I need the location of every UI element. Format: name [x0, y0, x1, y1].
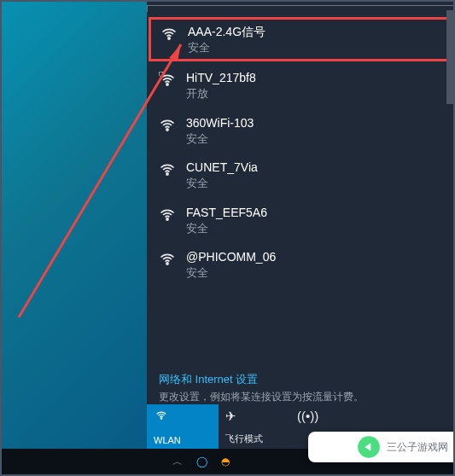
wifi-icon [160, 26, 178, 43]
tile-airplane-mode[interactable]: ✈ 飞行模式 [219, 404, 290, 449]
network-name: 360WiFi-103 [186, 115, 254, 131]
svg-point-1 [166, 84, 168, 85]
tile-wlan[interactable]: WLAN [147, 404, 219, 449]
svg-point-6 [160, 418, 162, 420]
svg-point-4 [166, 218, 168, 220]
network-status: 安全 [186, 131, 254, 147]
network-name: FAST_EEF5A6 [186, 205, 267, 221]
tray-people-icon[interactable]: ◯ [196, 456, 207, 467]
wifi-icon [154, 409, 169, 423]
scrollbar[interactable] [446, 10, 453, 104]
hotspot-icon: ((•)) [297, 409, 318, 422]
network-name: AAA-2.4G信号 [188, 24, 265, 40]
tray-chevron-icon[interactable]: ︿ [172, 455, 183, 469]
wifi-shield-icon [159, 72, 176, 89]
wifi-icon [159, 117, 176, 134]
svg-point-5 [166, 263, 168, 264]
network-item-360[interactable]: 360WiFi-103 安全 [147, 108, 453, 153]
network-status: 安全 [186, 221, 267, 236]
network-item-aaa[interactable]: AAA-2.4G信号 安全 [149, 17, 452, 61]
network-name: HiTV_217bf8 [186, 70, 256, 86]
network-item-fast[interactable]: FAST_EEF5A6 安全 [147, 198, 453, 242]
tray-security-icon[interactable]: ◓ [221, 456, 230, 467]
network-name: CUNET_7Via [186, 160, 258, 176]
network-status: 安全 [186, 176, 258, 191]
network-settings-desc: 更改设置，例如将某连接设置为按流量计费。 [159, 390, 441, 404]
network-flyout: AAA-2.4G信号 安全 HiTV_217bf8 开放 [147, 2, 453, 449]
network-settings-link[interactable]: 网络和 Internet 设置 [159, 372, 441, 387]
network-status: 安全 [186, 265, 276, 281]
network-item-cunet[interactable]: CUNET_7Via 安全 [147, 153, 453, 197]
network-item-hitv[interactable]: HiTV_217bf8 开放 [147, 63, 453, 107]
settings-area: 网络和 Internet 设置 更改设置，例如将某连接设置为按流量计费。 [159, 372, 441, 404]
network-status: 开放 [186, 86, 256, 102]
network-name: @PHICOMM_06 [186, 249, 276, 265]
network-list: AAA-2.4G信号 安全 HiTV_217bf8 开放 [147, 12, 453, 291]
airplane-icon: ✈ [225, 409, 236, 422]
wifi-icon [159, 251, 176, 268]
network-item-phicomm[interactable]: @PHICOMM_06 安全 [147, 242, 453, 287]
svg-point-2 [166, 129, 168, 131]
network-status: 安全 [188, 40, 265, 55]
wifi-icon [159, 161, 176, 178]
wifi-icon [159, 206, 176, 223]
watermark-logo-icon [356, 434, 382, 460]
desktop-background [2, 2, 147, 474]
flyout-divider [147, 5, 453, 12]
tile-label: WLAN [154, 435, 181, 445]
watermark: 三公子游戏网 [308, 432, 453, 462]
tile-label: 飞行模式 [225, 432, 263, 445]
watermark-text: 三公子游戏网 [387, 440, 448, 455]
svg-point-3 [166, 173, 168, 175]
svg-point-0 [168, 38, 170, 39]
